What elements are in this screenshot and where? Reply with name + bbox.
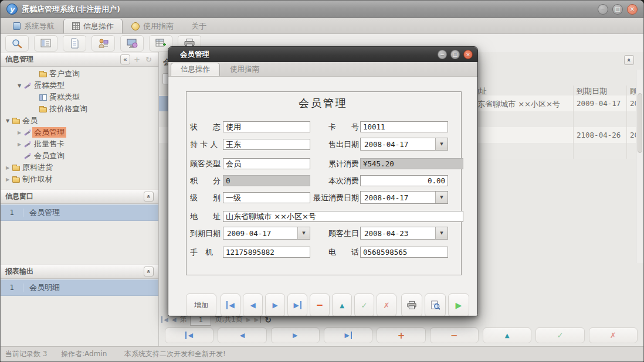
scrollbar-thumb[interactable] [638,93,642,153]
tree-item-cake-type-group[interactable]: 蛋糕类型 [1,80,158,91]
last-page-icon[interactable] [255,316,262,323]
tree-item-batch-card-sale[interactable]: 批量售卡 [1,138,158,150]
dropdown-arrow-icon[interactable] [435,192,448,203]
edit-icon [505,332,510,339]
first-page-icon[interactable] [161,316,168,323]
tree-item-member-group[interactable]: 会员 [1,115,158,127]
tree-item-member-management[interactable]: 会员管理 [1,127,158,138]
print-preview-icon [430,300,440,310]
edit-record-button[interactable] [332,293,352,316]
expanded-arrow-icon[interactable] [16,83,23,88]
search-button[interactable] [5,35,29,52]
expanded-arrow-icon[interactable] [4,118,11,124]
form-view-button[interactable] [34,35,57,52]
cancel-button[interactable] [377,293,396,316]
report-panel-header: 报表输出 [1,264,158,279]
dropdown-arrow-icon[interactable] [297,227,310,239]
address-field[interactable] [223,211,463,222]
tab-system-navigation[interactable]: 系统导航 [4,19,63,33]
maximize-button[interactable]: □ [612,4,623,15]
holder-field[interactable] [223,139,310,150]
first-record-button[interactable] [221,293,240,316]
last-record-button[interactable] [324,327,372,343]
play-icon [456,300,462,310]
mobile-field[interactable] [223,247,310,258]
magic-icon [24,82,32,90]
last-record-button[interactable] [287,293,307,316]
birthday-select[interactable]: 2008-04-23 [360,227,448,240]
edit-record-button[interactable] [483,327,531,343]
collapse-up-icon[interactable] [144,267,154,276]
check-icon [557,331,564,340]
tab-user-guide[interactable]: 使用指南 [123,19,182,33]
sale-date-select[interactable]: 2008-04-17 [360,138,448,151]
collapse-up-icon[interactable] [144,192,154,202]
dialog-minimize-button[interactable]: − [438,50,447,59]
report-list-item[interactable]: 1 会员明细 [1,279,158,296]
next-record-button[interactable] [265,293,285,316]
collapsed-arrow-icon[interactable] [4,165,11,170]
collapsed-arrow-icon[interactable] [16,130,23,135]
next-record-button[interactable] [271,327,320,343]
print-button[interactable] [401,293,422,316]
close-button[interactable]: × [627,4,638,15]
add-record-button[interactable] [377,327,425,343]
dialog-tab-user-guide[interactable]: 使用指南 [220,63,269,76]
monitor-button[interactable] [120,35,144,52]
phone-field[interactable] [360,247,448,258]
confirm-button[interactable] [535,327,584,343]
previous-page-icon[interactable] [172,316,177,323]
collapse-left-icon[interactable] [120,54,130,64]
info-panel-title: 信息管理 [5,54,33,64]
last-spent-date-select[interactable]: 2008-04-17 [360,191,448,204]
current-spent-field[interactable] [360,175,448,186]
status-field[interactable] [223,121,310,132]
window-list-item[interactable]: 1 会员管理 [1,204,158,221]
tree-item-material-purchase[interactable]: 原料进货 [1,162,158,173]
tree-item-production-material[interactable]: 制作取材 [1,173,158,185]
minimize-button[interactable]: − [598,4,608,15]
first-record-button[interactable] [165,327,213,343]
minus-icon [316,300,324,310]
dropdown-arrow-icon[interactable] [435,227,448,239]
tree-item-customer-query[interactable]: 客户查询 [1,68,158,80]
tree-item-query-by-price[interactable]: 按价格查询 [1,103,158,115]
level-field[interactable] [223,192,310,203]
folder-icon [12,119,20,124]
add-icon[interactable] [132,54,142,64]
print-preview-button[interactable] [425,293,446,316]
points-field [223,175,310,186]
vertical-scrollbar[interactable] [636,70,643,263]
refresh-icon[interactable] [144,54,154,64]
cancel-button[interactable] [589,327,638,343]
collapse-up-icon[interactable] [624,55,634,65]
dropdown-arrow-icon[interactable] [435,138,448,150]
expire-date-select[interactable]: 2009-04-17 [223,227,310,240]
customer-type-field[interactable] [223,158,310,169]
dialog-maximize-button[interactable]: □ [450,50,460,59]
previous-record-button[interactable] [218,327,266,343]
previous-record-button[interactable] [243,293,263,316]
delete-record-button[interactable] [430,327,479,343]
add-button[interactable]: 增加 [186,293,216,316]
mobile-label: 手 机 [190,247,213,258]
form-title: 会员管理 [186,96,460,110]
customer-report-button[interactable] [91,35,115,52]
delete-record-button[interactable] [310,293,330,316]
tree-item-cake-type[interactable]: 蛋糕类型 [1,91,158,103]
execute-button[interactable] [448,293,469,316]
tab-about[interactable]: 关于 [182,19,215,33]
document-button[interactable] [63,35,86,52]
collapsed-arrow-icon[interactable] [4,177,11,182]
tab-info-operation[interactable]: 信息操作 [63,19,123,33]
collapsed-arrow-icon[interactable] [16,142,23,147]
dialog-title-bar: 会员管理 − □ × [168,47,477,62]
dialog-close-button[interactable]: × [463,50,473,59]
card-no-field[interactable] [360,121,448,132]
dialog-tab-info-operation[interactable]: 信息操作 [171,63,220,76]
tree-item-member-query[interactable]: 会员查询 [1,150,158,162]
confirm-button[interactable] [354,293,374,316]
cross-icon [384,301,390,310]
window-title: 蛋糕店管理系统(非注册用户) [22,4,120,15]
next-page-icon[interactable] [246,316,251,323]
